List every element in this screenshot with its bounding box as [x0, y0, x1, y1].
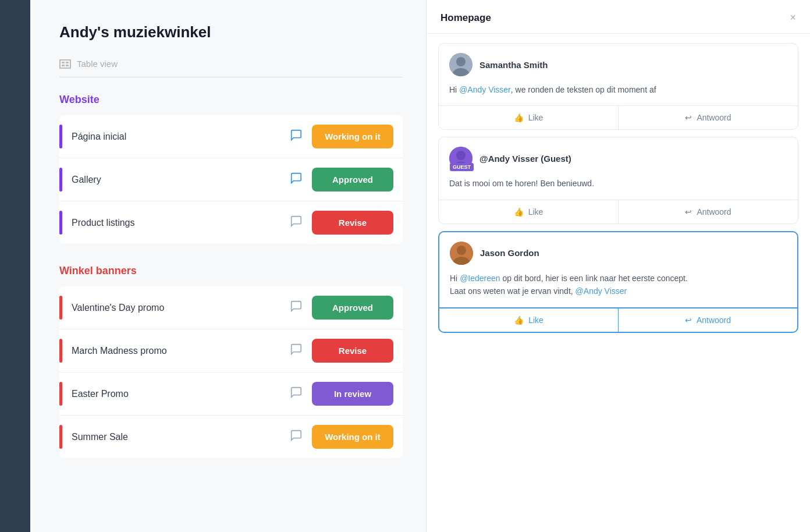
thumb-up-icon: 👍 [514, 315, 524, 325]
table-row: Summer Sale Working on it [59, 416, 403, 458]
app-title: Andy's muziekwinkel [59, 23, 403, 41]
chat-icon[interactable] [290, 215, 303, 230]
reply-button[interactable]: ↩ Antwoord [619, 106, 798, 129]
reply-label: Antwoord [697, 113, 731, 122]
reply-label: Antwoord [697, 315, 731, 325]
accent-bar [59, 339, 62, 363]
accent-bar [59, 125, 62, 148]
accent-bar [59, 296, 62, 320]
item-name: March Madness promo [72, 346, 290, 356]
status-button-working[interactable]: Working on it [312, 125, 393, 148]
close-button[interactable]: × [790, 12, 796, 24]
mention: @Andy Visser [575, 286, 627, 296]
comment-card-highlighted: Jason Gordon Hi @Iedereen op dit bord, h… [438, 231, 798, 333]
panel-title: Homepage [440, 12, 491, 24]
accent-bar [59, 382, 62, 406]
avatar-image [449, 53, 472, 76]
comment-body: Samantha Smith Hi @Andy Visser, we ronde… [439, 44, 798, 105]
avatar [450, 242, 473, 265]
svg-point-7 [457, 246, 466, 255]
author-name: Jason Gordon [480, 248, 539, 258]
table-row: March Madness promo Revise [59, 329, 403, 373]
chat-icon[interactable] [290, 129, 303, 144]
author-name: @Andy Visser (Guest) [479, 154, 571, 164]
like-button[interactable]: 👍 Like [439, 307, 619, 332]
status-button-approved[interactable]: Approved [312, 296, 393, 320]
comment-body: Jason Gordon Hi @Iedereen op dit bord, h… [439, 232, 797, 307]
reply-icon: ↩ [685, 315, 692, 325]
winkel-section-title: Winkel banners [59, 265, 403, 277]
panel-header: Homepage × [427, 0, 810, 34]
comments-area: Samantha Smith Hi @Andy Visser, we ronde… [427, 34, 810, 532]
avatar [449, 53, 472, 76]
winkel-items-list: Valentine's Day promo Approved March Mad… [59, 286, 403, 458]
reply-button[interactable]: ↩ Antwoord [619, 200, 798, 224]
website-items-list: Página inicial Working on it Gallery App… [59, 115, 403, 244]
table-row: Valentine's Day promo Approved [59, 286, 403, 329]
avatar-image [450, 242, 473, 265]
like-button[interactable]: 👍 Like [439, 200, 619, 224]
chat-icon[interactable] [290, 172, 303, 187]
like-label: Like [528, 315, 543, 325]
guest-badge: GUEST [450, 163, 474, 171]
chat-icon[interactable] [290, 343, 303, 359]
main-content: Andy's muziekwinkel Table view Website P… [30, 0, 426, 532]
comment-author-row: GUEST @Andy Visser (Guest) [449, 147, 787, 170]
svg-point-4 [456, 151, 466, 160]
item-name: Gallery [72, 175, 290, 185]
table-row: Página inicial Working on it [59, 115, 403, 158]
comment-actions: 👍 Like ↩ Antwoord [439, 307, 797, 332]
table-view-bar[interactable]: Table view [59, 59, 403, 77]
accent-bar [59, 168, 62, 191]
comment-text: Hi @Iedereen op dit bord, hier is een li… [450, 272, 787, 298]
comment-text: Hi @Andy Visser, we ronden de teksten op… [449, 83, 787, 96]
comment-actions: 👍 Like ↩ Antwoord [439, 200, 798, 224]
reply-label: Antwoord [697, 207, 731, 217]
comment-text: Dat is mooi om te horen! Ben benieuwd. [449, 177, 787, 190]
comment-card: GUEST @Andy Visser (Guest) Dat is mooi o… [438, 137, 798, 224]
chat-icon[interactable] [290, 386, 303, 402]
mention: @Andy Visser [459, 85, 511, 94]
sidebar [0, 0, 30, 532]
table-icon [59, 59, 71, 69]
reply-icon: ↩ [685, 207, 692, 217]
status-button-inreview[interactable]: In review [312, 382, 393, 406]
like-label: Like [528, 207, 543, 217]
item-name: Página inicial [72, 132, 290, 142]
reply-button[interactable]: ↩ Antwoord [619, 307, 797, 332]
like-button[interactable]: 👍 Like [439, 106, 619, 129]
table-row: Gallery Approved [59, 158, 403, 201]
table-row: Product listings Revise [59, 201, 403, 244]
author-name: Samantha Smith [479, 60, 548, 70]
item-name: Valentine's Day promo [72, 303, 290, 313]
comment-actions: 👍 Like ↩ Antwoord [439, 105, 798, 129]
status-button-working[interactable]: Working on it [312, 425, 393, 449]
accent-bar [59, 425, 62, 449]
avatar: GUEST [449, 147, 472, 170]
comment-author-row: Jason Gordon [450, 242, 787, 265]
comment-card: Samantha Smith Hi @Andy Visser, we ronde… [438, 43, 798, 130]
like-label: Like [528, 113, 543, 122]
status-button-revise[interactable]: Revise [312, 339, 393, 363]
status-button-revise[interactable]: Revise [312, 211, 393, 235]
reply-icon: ↩ [685, 113, 692, 122]
chat-icon[interactable] [290, 300, 303, 315]
item-name: Summer Sale [72, 432, 290, 442]
status-button-approved[interactable]: Approved [312, 168, 393, 191]
thumb-up-icon: 👍 [514, 207, 524, 217]
item-name: Easter Promo [72, 389, 290, 399]
right-panel: Homepage × Samantha Smi [426, 0, 810, 532]
comment-author-row: Samantha Smith [449, 53, 787, 76]
chat-icon[interactable] [290, 429, 303, 445]
mention: @Iedereen [460, 274, 500, 283]
comment-body: GUEST @Andy Visser (Guest) Dat is mooi o… [439, 137, 798, 199]
accent-bar [59, 211, 62, 235]
table-row: Easter Promo In review [59, 373, 403, 416]
svg-point-1 [456, 57, 466, 66]
website-section-title: Website [59, 94, 403, 106]
thumb-up-icon: 👍 [514, 113, 524, 122]
table-view-label: Table view [77, 59, 118, 69]
item-name: Product listings [72, 218, 290, 228]
